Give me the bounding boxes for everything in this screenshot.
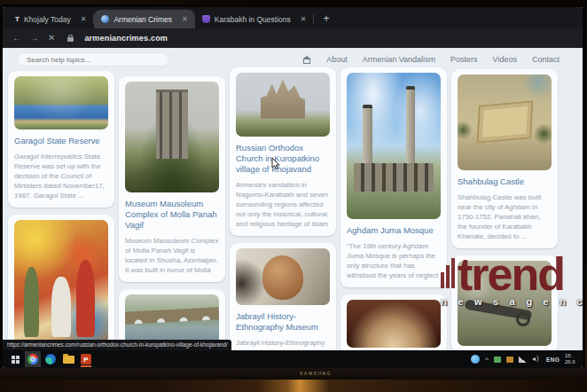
dark-interior-image[interactable] xyxy=(347,300,441,348)
stone-bridge-image[interactable] xyxy=(125,294,219,346)
skype-tray-icon[interactable] xyxy=(471,355,480,364)
tab-armenian-crimes[interactable]: Armenian Crimes ✕ xyxy=(94,10,194,28)
tab-divider xyxy=(313,14,314,24)
tab-karabakh-in-questions[interactable]: Karabakh in Questions ✕ xyxy=(195,10,314,28)
bridge-arches-shape xyxy=(125,308,219,325)
taskbar-file-explorer-button[interactable] xyxy=(60,351,76,367)
card-garagol-state-reserve[interactable]: Garagol State Reserve Garagol Interrepub… xyxy=(8,71,114,208)
clock-date: 26.0 xyxy=(565,359,575,365)
card-excerpt: “The 19th century Aghdam Juma Mosque is … xyxy=(347,241,441,280)
globe-favicon xyxy=(101,15,109,23)
left-minaret-shape xyxy=(363,105,372,169)
browser-address-bar: ← → ✕ armeniancrimes.com xyxy=(3,28,583,48)
network-signal-icon[interactable] xyxy=(519,357,527,363)
card-column-4: Aghdam Juma Mosque “The 19th century Agh… xyxy=(340,67,447,355)
tray-icon-green[interactable] xyxy=(494,357,501,363)
close-tab-icon[interactable]: ✕ xyxy=(81,15,87,23)
clock-time: 15: xyxy=(565,353,572,358)
nav-posters[interactable]: Posters xyxy=(450,55,478,64)
folder-icon xyxy=(63,356,74,364)
mosque-arcade-shape xyxy=(354,163,433,191)
tray-expand-caret-icon[interactable]: ^ xyxy=(485,356,489,364)
mural-white-figure xyxy=(51,277,70,336)
volume-icon[interactable] xyxy=(532,356,541,363)
windows-logo-icon xyxy=(12,356,20,364)
khojaly-today-favicon: T xyxy=(15,15,20,23)
language-indicator[interactable]: ENG xyxy=(546,357,560,363)
card-title[interactable]: Garagol State Reserve xyxy=(14,136,108,146)
card-excerpt: Shahbulag Castle was built near the city… xyxy=(458,192,552,241)
start-button[interactable] xyxy=(7,351,23,367)
mural-red-figure xyxy=(76,260,95,337)
new-tab-button[interactable]: + xyxy=(323,12,329,25)
web-page: About Armenian Vandalism Posters Videos … xyxy=(3,48,583,350)
tray-icon-orange[interactable] xyxy=(506,357,513,363)
card-column-5: Shahbulag Castle Shahbulag Castle was bu… xyxy=(451,69,558,353)
card-molla-panah-vagif-mausoleum[interactable]: Museum Mausoleum Complex of Molla Panah … xyxy=(119,76,225,282)
link-status-bar: https://armeniancrimes.com/russian-ortho… xyxy=(3,340,231,350)
card-excerpt: Museum Mausoleum Complex of Molla Panah … xyxy=(125,236,219,275)
powerpoint-icon: P xyxy=(81,354,91,365)
system-tray: ^ ENG 15: 26.0 xyxy=(471,353,579,365)
tab-title: Armenian Crimes xyxy=(113,15,172,24)
mausoleum-tower-image[interactable] xyxy=(125,82,219,192)
taskbar-edge-button[interactable] xyxy=(43,351,59,367)
card-dark-interior[interactable] xyxy=(340,294,447,355)
card-title[interactable]: Aghdam Juma Mosque xyxy=(347,225,441,236)
forward-button[interactable]: → xyxy=(30,34,39,43)
old-cannon-image[interactable] xyxy=(458,261,552,346)
lock-icon[interactable] xyxy=(67,35,74,43)
nav-armenian-vandalism[interactable]: Armenian Vandalism xyxy=(363,55,435,64)
lake-and-mountains-image[interactable] xyxy=(14,76,108,129)
castle-keep-shape xyxy=(477,101,534,144)
card-jabrayil-museum[interactable]: Jabrayil History-Ethnography Museum Jabr… xyxy=(230,243,336,355)
nav-videos[interactable]: Videos xyxy=(493,55,517,64)
cannon-wheel-shape xyxy=(516,312,530,326)
card-excerpt: Armenia's vandalism in Nagorno-Karabakh … xyxy=(236,180,330,229)
card-title[interactable]: Jabrayil History-Ethnography Museum xyxy=(236,311,330,333)
taskbar-clock[interactable]: 15: 26.0 xyxy=(565,353,583,365)
mausoleum-tower-shape xyxy=(156,90,188,159)
card-column-2: Museum Mausoleum Complex of Molla Panah … xyxy=(119,76,225,353)
nav-about[interactable]: About xyxy=(326,55,348,64)
card-shahbulag-castle[interactable]: Shahbulag Castle Shahbulag Castle was bu… xyxy=(451,69,558,248)
tab-khojaly-today[interactable]: T Khojaly Today ✕ xyxy=(8,10,93,28)
monitor-brand-logo: SAMSUNG xyxy=(300,371,332,376)
close-tab-icon[interactable]: ✕ xyxy=(301,15,307,23)
ruined-church-image[interactable] xyxy=(236,73,330,137)
taskbar-chrome-button[interactable] xyxy=(25,351,41,367)
tab-title: Karabakh in Questions xyxy=(215,15,291,24)
card-mural[interactable] xyxy=(8,215,114,351)
right-minaret-shape xyxy=(406,86,416,170)
close-tab-icon[interactable]: ✕ xyxy=(182,15,188,23)
castle-aerial-image[interactable] xyxy=(458,74,552,170)
shield-favicon xyxy=(202,15,210,23)
site-nav: About Armenian Vandalism Posters Videos … xyxy=(302,55,560,64)
desk-background xyxy=(0,380,587,392)
nav-contact[interactable]: Contact xyxy=(532,55,560,64)
card-aghdam-juma-mosque[interactable]: Aghdam Juma Mosque “The 19th century Agh… xyxy=(340,67,447,287)
card-title[interactable]: Shahbulag Castle xyxy=(458,176,552,187)
back-button[interactable]: ← xyxy=(12,34,21,43)
stop-button[interactable]: ✕ xyxy=(48,34,55,43)
home-icon[interactable] xyxy=(302,56,311,64)
url-text[interactable]: armeniancrimes.com xyxy=(84,34,168,43)
mosque-minarets-image[interactable] xyxy=(347,73,441,219)
edge-icon xyxy=(45,354,56,365)
chrome-icon xyxy=(27,354,38,365)
card-cannon[interactable] xyxy=(451,255,558,353)
taskbar-powerpoint-button[interactable]: P xyxy=(78,351,94,367)
mural-artwork-image[interactable] xyxy=(14,220,108,344)
card-excerpt: Garagol Interrepublics State Reserve was… xyxy=(14,152,108,200)
browser-tab-strip: T Khojaly Today ✕ Armenian Crimes ✕ Kara… xyxy=(3,7,583,28)
mural-soldier-figure xyxy=(24,267,39,336)
search-input[interactable] xyxy=(17,52,169,67)
clay-pot-image[interactable] xyxy=(236,248,330,305)
monitor-bezel xyxy=(0,368,587,380)
card-russian-orthodox-church[interactable]: Russian Orthodox Church in Kuropatkino v… xyxy=(230,67,336,236)
card-title[interactable]: Russian Orthodox Church in Kuropatkino v… xyxy=(236,143,330,175)
card-title[interactable]: Museum Mausoleum Complex of Molla Panah … xyxy=(125,199,219,231)
card-column-3: Russian Orthodox Church in Kuropatkino v… xyxy=(230,67,336,355)
card-excerpt: Jabrayil History-Ethnography xyxy=(236,338,330,348)
card-column-1: Garagol State Reserve Garagol Interrepub… xyxy=(8,71,114,351)
